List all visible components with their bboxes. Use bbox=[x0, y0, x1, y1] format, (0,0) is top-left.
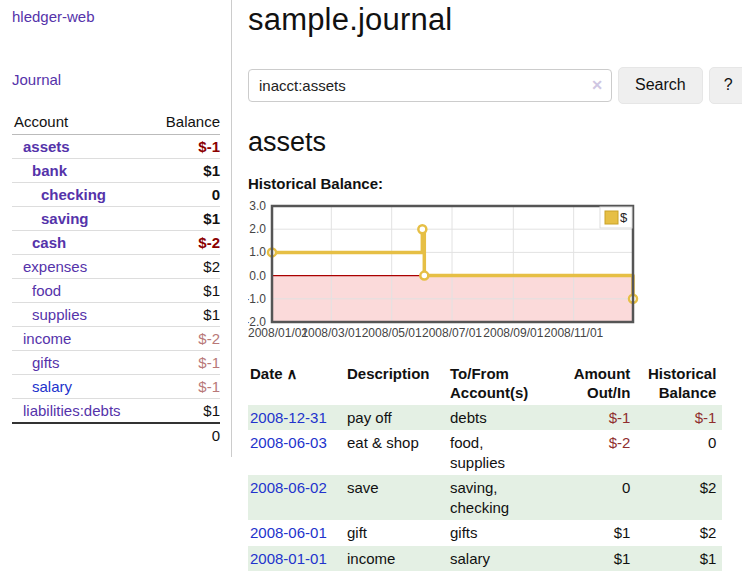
accounts-total-row: 0 bbox=[12, 423, 220, 447]
column-header-amount: Amount Out/In bbox=[564, 362, 636, 405]
svg-text:-1.0: -1.0 bbox=[248, 291, 266, 305]
account-row: supplies$1 bbox=[12, 303, 220, 327]
svg-text:2008/01/01: 2008/01/01 bbox=[248, 326, 308, 340]
account-row: income$-2 bbox=[12, 327, 220, 351]
sidebar: hledger-web Journal Account Balance asse… bbox=[0, 0, 232, 457]
account-link-assets[interactable]: assets bbox=[23, 138, 70, 155]
transaction-balance: $-1 bbox=[636, 405, 722, 431]
svg-text:2008/03/01: 2008/03/01 bbox=[301, 326, 361, 340]
account-balance: $1 bbox=[151, 207, 220, 231]
account-row: gifts$-1 bbox=[12, 351, 220, 375]
account-row: expenses$2 bbox=[12, 255, 220, 279]
account-row: saving$1 bbox=[12, 207, 220, 231]
account-balance: $-1 bbox=[151, 351, 220, 375]
svg-text:3.0: 3.0 bbox=[249, 200, 266, 213]
transaction-description: pay off bbox=[345, 405, 448, 431]
transaction-date-link[interactable]: 2008-06-01 bbox=[250, 524, 327, 541]
transaction-amount: $-1 bbox=[564, 405, 636, 431]
balance-chart: $3.02.01.00.0-1.0-2.02008/01/012008/03/0… bbox=[248, 200, 742, 346]
svg-text:0.0: 0.0 bbox=[249, 268, 266, 282]
accounts-table: Account Balance assets$-1bank$1checking0… bbox=[12, 109, 220, 447]
account-link-liabilities-debts[interactable]: liabilities:debts bbox=[23, 402, 121, 419]
column-header-balance: Historical Balance bbox=[636, 362, 722, 405]
transaction-description: eat & shop bbox=[345, 430, 448, 475]
page-title: sample.journal bbox=[248, 2, 742, 38]
transaction-row: 2008-06-02savesaving, checking0$2 bbox=[248, 475, 722, 520]
transaction-amount: 0 bbox=[564, 475, 636, 520]
transaction-accounts: saving, checking bbox=[448, 475, 564, 520]
svg-text:$: $ bbox=[620, 210, 628, 225]
svg-text:1.0: 1.0 bbox=[249, 245, 266, 259]
transaction-accounts: food, supplies bbox=[448, 430, 564, 475]
register-table: Date∧ Description To/From Account(s) Amo… bbox=[248, 362, 722, 572]
account-link-income[interactable]: income bbox=[23, 330, 71, 347]
search-box: ✕ bbox=[248, 69, 612, 102]
account-link-food[interactable]: food bbox=[32, 282, 61, 299]
svg-text:2008/11/01: 2008/11/01 bbox=[544, 326, 603, 340]
accounts-header-row: Account Balance bbox=[12, 109, 220, 135]
account-balance: $-1 bbox=[151, 375, 220, 399]
account-row: cash$-2 bbox=[12, 231, 220, 255]
transaction-date-link[interactable]: 2008-12-31 bbox=[250, 409, 327, 426]
account-row: checking0 bbox=[12, 183, 220, 207]
column-header-description: Description bbox=[345, 362, 448, 405]
account-balance: $1 bbox=[151, 279, 220, 303]
account-row: food$1 bbox=[12, 279, 220, 303]
transaction-balance: 0 bbox=[636, 430, 722, 475]
search-button[interactable]: Search bbox=[618, 67, 703, 104]
account-link-gifts[interactable]: gifts bbox=[32, 354, 60, 371]
clear-search-icon[interactable]: ✕ bbox=[591, 76, 603, 94]
page: hledger-web Journal Account Balance asse… bbox=[0, 0, 742, 571]
transaction-amount: $-2 bbox=[564, 430, 636, 475]
transaction-date-link[interactable]: 2008-01-01 bbox=[250, 550, 327, 567]
transaction-balance: $1 bbox=[636, 546, 722, 572]
svg-text:2.0: 2.0 bbox=[249, 222, 266, 236]
account-row: bank$1 bbox=[12, 159, 220, 183]
account-link-supplies[interactable]: supplies bbox=[32, 306, 87, 323]
column-header-accounts: To/From Account(s) bbox=[448, 362, 564, 405]
account-link-salary[interactable]: salary bbox=[32, 378, 72, 395]
transaction-row: 2008-06-01giftgifts$1$2 bbox=[248, 520, 722, 546]
transaction-date-link[interactable]: 2008-06-03 bbox=[250, 434, 327, 451]
transaction-accounts: gifts bbox=[448, 520, 564, 546]
help-button[interactable]: ? bbox=[709, 67, 742, 104]
transaction-row: 2008-06-03eat & shopfood, supplies$-20 bbox=[248, 430, 722, 475]
svg-text:2008/07/01: 2008/07/01 bbox=[422, 326, 482, 340]
transaction-description: save bbox=[345, 475, 448, 520]
account-row: assets$-1 bbox=[12, 135, 220, 159]
accounts-header-balance: Balance bbox=[151, 109, 220, 135]
account-link-bank[interactable]: bank bbox=[32, 162, 67, 179]
spacer bbox=[12, 423, 151, 447]
account-link-cash[interactable]: cash bbox=[32, 234, 66, 251]
account-heading: assets bbox=[248, 127, 742, 158]
transaction-accounts: salary bbox=[448, 546, 564, 572]
sidebar-item-journal[interactable]: Journal bbox=[12, 71, 221, 88]
account-row: salary$-1 bbox=[12, 375, 220, 399]
sort-asc-icon: ∧ bbox=[287, 365, 298, 382]
chart-title: Historical Balance: bbox=[248, 175, 742, 192]
transaction-amount: $1 bbox=[564, 546, 636, 572]
account-row: liabilities:debts$1 bbox=[12, 399, 220, 424]
transaction-description: gift bbox=[345, 520, 448, 546]
column-header-date[interactable]: Date∧ bbox=[248, 362, 345, 405]
register-header-row: Date∧ Description To/From Account(s) Amo… bbox=[248, 362, 722, 405]
account-link-saving[interactable]: saving bbox=[41, 210, 89, 227]
accounts-header-account: Account bbox=[12, 109, 151, 135]
search-input[interactable] bbox=[248, 69, 612, 102]
account-balance: $-2 bbox=[151, 231, 220, 255]
account-balance: 0 bbox=[151, 183, 220, 207]
account-balance: $-1 bbox=[151, 135, 220, 159]
transaction-date-link[interactable]: 2008-06-02 bbox=[250, 479, 327, 496]
svg-text:2008/09/01: 2008/09/01 bbox=[483, 326, 543, 340]
brand-link[interactable]: hledger-web bbox=[12, 8, 221, 25]
account-link-expenses[interactable]: expenses bbox=[23, 258, 87, 275]
main-content: sample.journal ✕ Search ? assets Histori… bbox=[232, 0, 742, 571]
register-body: 2008-12-31pay offdebts$-1$-12008-06-03ea… bbox=[248, 405, 722, 572]
transaction-accounts: debts bbox=[448, 405, 564, 431]
accounts-total-balance: 0 bbox=[151, 423, 220, 447]
account-balance: $1 bbox=[151, 159, 220, 183]
transaction-row: 2008-12-31pay offdebts$-1$-1 bbox=[248, 405, 722, 431]
transaction-balance: $2 bbox=[636, 520, 722, 546]
account-balance: $2 bbox=[151, 255, 220, 279]
account-link-checking[interactable]: checking bbox=[41, 186, 106, 203]
